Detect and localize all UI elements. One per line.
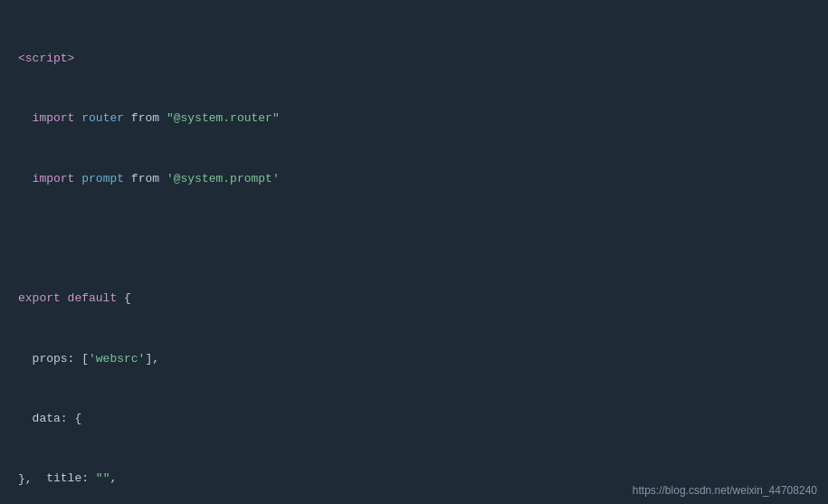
line-export: export default { — [18, 289, 810, 309]
props-val: 'websrc' — [89, 352, 145, 366]
import-module-prompt: '@system.prompt' — [167, 172, 280, 185]
line-import-router: import router from "@system.router" — [18, 109, 810, 128]
title-val: "" — [96, 471, 110, 485]
watermark: https://blog.csdn.net/weixin_44708240 — [633, 484, 817, 497]
closing-brace: }, — [18, 472, 33, 486]
line-import-prompt: import prompt from '@system.prompt' — [18, 169, 810, 189]
import-name-prompt: prompt — [81, 172, 124, 185]
from-kw-2: from — [131, 172, 159, 185]
import-name-router: router — [81, 111, 124, 125]
code-editor: <script> import router from "@system.rou… — [0, 0, 828, 504]
line-data: data: { — [18, 409, 810, 429]
export-kw: export default — [18, 291, 117, 305]
script-tag: <script> — [18, 52, 74, 65]
line-script-tag: <script> — [18, 49, 810, 69]
import-module-router: "@system.router" — [167, 111, 280, 125]
line-props: props: ['websrc'], — [18, 349, 810, 369]
from-kw-1: from — [131, 111, 159, 125]
import-kw-1: import — [33, 111, 75, 125]
import-kw-2: import — [33, 172, 75, 185]
blank-1 — [18, 229, 810, 249]
